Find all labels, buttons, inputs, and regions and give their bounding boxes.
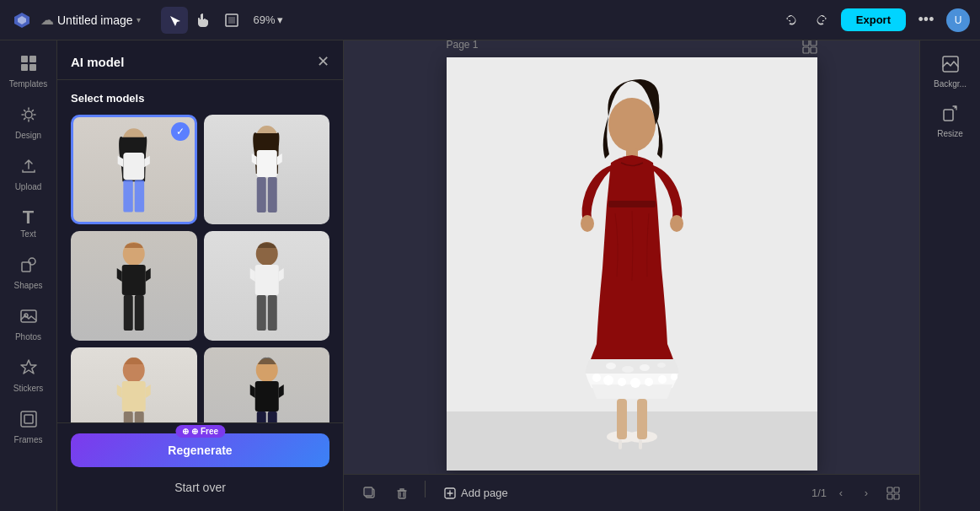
svg-rect-18: [256, 150, 276, 177]
resize-icon: [942, 105, 959, 126]
photos-icon: [19, 307, 38, 330]
svg-rect-69: [887, 487, 892, 492]
main-area: Templates Design Upload T Text Shapes: [0, 40, 980, 511]
sidebar-item-templates[interactable]: Templates: [5, 47, 52, 95]
regenerate-button[interactable]: ⊕ Free Regenerate: [71, 433, 329, 467]
user-avatar[interactable]: U: [946, 8, 970, 32]
model-card-2[interactable]: [204, 115, 330, 224]
svg-point-57: [671, 374, 677, 380]
svg-rect-36: [267, 411, 276, 422]
svg-point-53: [618, 378, 626, 386]
redo-button[interactable]: [807, 7, 834, 34]
ai-panel-header: AI model ✕: [57, 40, 343, 80]
svg-rect-11: [21, 411, 36, 427]
sidebar-item-label: Upload: [15, 182, 42, 191]
canvas-scroll[interactable]: Page 1: [344, 40, 919, 474]
svg-rect-63: [639, 439, 642, 449]
sidebar-item-photos[interactable]: Photos: [5, 300, 52, 348]
undo-button[interactable]: [779, 7, 806, 34]
sidebar-item-label: Templates: [9, 79, 48, 89]
add-page-button[interactable]: Add page: [436, 481, 517, 506]
select-tool-button[interactable]: [161, 7, 188, 34]
svg-rect-35: [256, 411, 265, 422]
svg-rect-66: [364, 487, 372, 496]
svg-rect-16: [135, 180, 144, 212]
regenerate-label: Regenerate: [168, 444, 232, 457]
copy-page-icon[interactable]: [357, 481, 383, 506]
sidebar-item-label: Design: [15, 131, 41, 140]
svg-rect-23: [124, 295, 133, 331]
divider: [425, 481, 426, 498]
svg-point-55: [645, 378, 653, 386]
more-options-button[interactable]: •••: [913, 7, 940, 34]
ai-panel-content: Select models ✓: [57, 80, 343, 422]
sidebar-item-stickers[interactable]: Stickers: [5, 352, 52, 400]
frame-tool-button[interactable]: [218, 7, 245, 34]
grid-view-icon[interactable]: [881, 481, 906, 506]
prev-page-button[interactable]: ‹: [830, 482, 852, 504]
model-card-6[interactable]: [204, 347, 330, 422]
svg-point-6: [25, 111, 32, 118]
undo-redo-group: [779, 7, 834, 34]
svg-point-49: [640, 364, 650, 371]
svg-rect-9: [21, 310, 36, 322]
sidebar-item-shapes[interactable]: Shapes: [5, 249, 52, 297]
sidebar-item-upload[interactable]: Upload: [5, 150, 52, 198]
svg-rect-74: [944, 110, 953, 121]
svg-rect-61: [637, 399, 647, 439]
svg-rect-27: [256, 295, 265, 331]
right-panel-resize[interactable]: Resize: [924, 99, 977, 145]
delete-page-icon[interactable]: [389, 481, 415, 506]
svg-rect-71: [887, 494, 892, 499]
ai-panel-title: AI model: [71, 55, 124, 69]
sidebar-item-frames[interactable]: Frames: [5, 403, 52, 451]
svg-rect-3: [29, 56, 36, 62]
next-page-button[interactable]: ›: [855, 482, 877, 504]
svg-point-8: [29, 258, 35, 265]
model-card-4[interactable]: [204, 231, 330, 341]
sidebar-item-text[interactable]: T Text: [5, 202, 52, 245]
bottom-bar: Add page 1/1 ‹ ›: [344, 474, 919, 511]
model-card-3[interactable]: [71, 231, 197, 341]
select-models-label: Select models: [71, 92, 329, 105]
export-button[interactable]: Export: [841, 8, 906, 31]
ai-panel-close-button[interactable]: ✕: [317, 52, 329, 71]
sidebar-item-label: Photos: [15, 332, 41, 342]
svg-rect-19: [256, 177, 265, 212]
title-area[interactable]: ☁ Untitled image ▾: [40, 12, 141, 28]
svg-rect-30: [122, 381, 146, 411]
svg-rect-60: [617, 399, 627, 439]
document-title: Untitled image: [57, 13, 133, 27]
topbar: ☁ Untitled image ▾ 69% ▾ Export ••• U: [0, 0, 980, 40]
resize-label: Resize: [937, 129, 963, 138]
model-selected-check: ✓: [171, 122, 190, 141]
svg-rect-4: [21, 64, 28, 71]
svg-point-50: [657, 363, 666, 368]
topbar-right: Export ••• U: [779, 7, 970, 34]
model-card-1[interactable]: ✓: [71, 115, 197, 224]
svg-point-54: [630, 378, 640, 388]
hand-tool-button[interactable]: [190, 7, 217, 34]
svg-rect-62: [619, 439, 622, 449]
canvas-image[interactable]: [447, 57, 817, 471]
app-logo: [10, 8, 34, 32]
right-panel: Backgr... Resize: [919, 40, 980, 511]
right-panel-background[interactable]: Backgr...: [924, 49, 977, 95]
templates-icon: [19, 54, 38, 77]
zoom-control[interactable]: 69% ▾: [247, 10, 290, 30]
models-grid: ✓: [71, 115, 329, 422]
svg-rect-37: [803, 40, 809, 46]
model-card-5[interactable]: [71, 347, 197, 422]
toolbar-tools: 69% ▾: [161, 7, 290, 34]
sidebar-item-design[interactable]: Design: [5, 99, 52, 147]
svg-rect-72: [894, 494, 899, 499]
svg-rect-2: [21, 56, 28, 62]
start-over-button[interactable]: Start over: [71, 474, 329, 501]
page-options-icon[interactable]: [802, 40, 817, 56]
svg-rect-22: [122, 265, 146, 295]
sidebar-item-label: Text: [20, 229, 35, 239]
svg-point-48: [622, 366, 634, 373]
sidebar-item-label: Stickers: [13, 384, 44, 393]
svg-point-56: [658, 375, 667, 384]
svg-rect-24: [135, 295, 144, 331]
